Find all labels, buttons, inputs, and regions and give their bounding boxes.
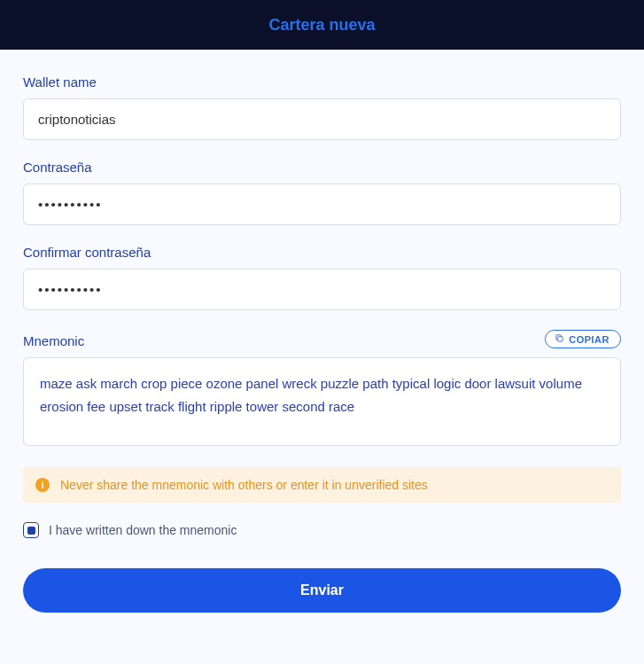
copy-button-label: COPIAR	[569, 334, 609, 345]
mnemonic-textarea[interactable]: maze ask march crop piece ozone panel wr…	[23, 357, 621, 446]
password-group: Contraseña	[23, 160, 621, 225]
password-label: Contraseña	[23, 160, 621, 175]
warning-banner: i Never share the mnemonic with others o…	[23, 467, 621, 503]
mnemonic-label: Mnemonic	[23, 333, 84, 348]
wallet-name-input[interactable]	[23, 98, 621, 140]
submit-button[interactable]: Enviar	[23, 568, 621, 613]
copy-icon	[555, 333, 564, 345]
mnemonic-group: Mnemonic COPIAR maze ask march crop piec…	[23, 330, 621, 446]
confirm-password-input[interactable]	[23, 269, 621, 310]
confirm-password-label: Confirmar contraseña	[23, 245, 621, 260]
confirm-checkbox-label: I have written down the mnemonic	[49, 523, 237, 537]
wallet-name-label: Wallet name	[23, 74, 621, 90]
confirm-checkbox-row: I have written down the mnemonic	[23, 522, 621, 538]
form-content: Wallet name Contraseña Confirmar contras…	[0, 50, 644, 613]
header-bar: Cartera nueva	[0, 0, 644, 50]
copy-button[interactable]: COPIAR	[545, 330, 621, 348]
info-icon: i	[35, 478, 50, 492]
page-title: Cartera nueva	[268, 16, 375, 35]
checkbox-checked-icon	[27, 527, 35, 535]
password-input[interactable]	[23, 184, 621, 225]
confirm-checkbox[interactable]	[23, 522, 39, 538]
wallet-name-group: Wallet name	[23, 74, 621, 140]
mnemonic-label-row: Mnemonic COPIAR	[23, 330, 621, 348]
confirm-password-group: Confirmar contraseña	[23, 245, 621, 310]
svg-rect-0	[558, 337, 563, 342]
warning-text: Never share the mnemonic with others or …	[60, 478, 428, 492]
